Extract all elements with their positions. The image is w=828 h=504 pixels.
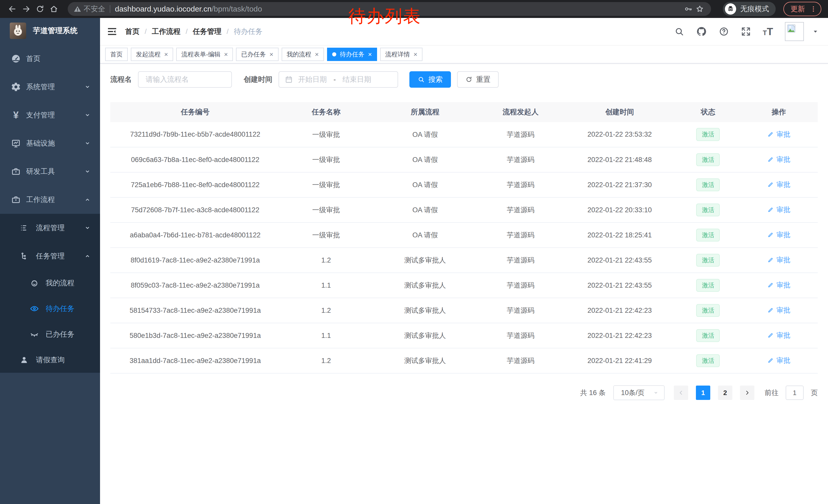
chevron-down-icon — [84, 224, 91, 232]
browser-menu-icon[interactable] — [810, 5, 817, 13]
cell-task-name: 1.2 — [280, 298, 372, 323]
sidebar-item-task-mgmt[interactable]: 任务管理 — [0, 242, 100, 270]
toolbox-icon — [10, 195, 22, 204]
font-size-icon[interactable]: TT — [763, 26, 773, 37]
close-icon[interactable]: × — [413, 51, 417, 58]
logo-avatar — [10, 22, 26, 39]
back-icon[interactable] — [7, 3, 18, 15]
col-actions: 操作 — [740, 102, 818, 122]
next-page-button[interactable] — [740, 385, 754, 400]
goto-page-input[interactable] — [786, 385, 803, 400]
page-button-2[interactable]: 2 — [718, 385, 732, 400]
approve-link[interactable]: 审批 — [767, 331, 790, 340]
table-row: 725a1eb6-7b88-11ec-8ef0-acde48001122 一级审… — [110, 172, 818, 197]
cell-create-time: 2022-01-22 23:53:32 — [563, 122, 676, 147]
tab-done-tasks[interactable]: 已办任务× — [236, 48, 278, 61]
logo[interactable]: 芋道管理系统 — [0, 18, 100, 44]
close-icon[interactable]: × — [315, 51, 319, 58]
prev-page-button[interactable] — [674, 385, 688, 400]
sidebar-item-devtools[interactable]: 研发工具 — [0, 157, 100, 186]
approve-link[interactable]: 审批 — [767, 255, 790, 265]
status-badge: 激活 — [696, 178, 720, 191]
approve-link[interactable]: 审批 — [767, 356, 790, 365]
tab-my-process[interactable]: 我的流程× — [282, 48, 324, 61]
reload-icon[interactable] — [34, 3, 46, 15]
cell-task-id: 381aa1dd-7ac8-11ec-a9e2-a2380e71991a — [110, 348, 280, 373]
search-icon[interactable] — [674, 27, 685, 37]
chevron-down-icon — [84, 139, 91, 147]
sidebar-item-process-mgmt[interactable]: 流程管理 — [0, 214, 100, 242]
tab-form-edit[interactable]: 流程表单-编辑× — [176, 48, 233, 61]
sidebar-item-leave-query[interactable]: 请假查询 — [0, 347, 100, 373]
cell-starter: 芋道源码 — [478, 348, 563, 373]
close-icon[interactable]: × — [224, 51, 228, 58]
github-icon[interactable] — [696, 26, 707, 37]
update-button[interactable]: 更新 — [783, 2, 821, 16]
cell-create-time: 2022-01-22 20:33:10 — [563, 197, 676, 223]
table-body: 73211d9d-7b9b-11ec-b5b7-acde48001122 一级审… — [110, 122, 818, 373]
avatar-caret-icon[interactable] — [812, 28, 819, 35]
active-dot — [332, 52, 336, 56]
date-range-picker[interactable]: 开始日期 - 结束日期 — [279, 71, 398, 88]
forward-icon[interactable] — [20, 3, 32, 15]
approve-link[interactable]: 审批 — [767, 306, 790, 315]
cell-task-id: 73211d9d-7b9b-11ec-b5b7-acde48001122 — [110, 122, 280, 147]
reset-button[interactable]: 重置 — [457, 71, 499, 88]
page-size-select[interactable]: 10条/页 — [613, 385, 665, 400]
help-icon[interactable] — [719, 27, 729, 37]
sidebar-item-infra[interactable]: 基础设施 — [0, 129, 100, 157]
approve-link[interactable]: 审批 — [767, 280, 790, 290]
breadcrumb-task-mgmt[interactable]: 任务管理 — [193, 27, 222, 36]
sidebar-item-payment[interactable]: ¥ 支付管理 — [0, 101, 100, 129]
close-icon[interactable]: × — [164, 51, 168, 58]
sidebar-item-system[interactable]: 系统管理 — [0, 73, 100, 101]
sidebar-item-todo-tasks[interactable]: 待办任务 — [0, 296, 100, 321]
warning-icon — [73, 5, 82, 13]
approve-link[interactable]: 审批 — [767, 230, 790, 239]
security-label[interactable]: 不安全 — [84, 4, 105, 14]
sidebar-item-home[interactable]: 首页 — [0, 45, 100, 73]
cell-create-time: 2022-01-21 22:41:29 — [563, 348, 676, 373]
tab-start-process[interactable]: 发起流程× — [131, 48, 173, 61]
breadcrumb-home[interactable]: 首页 — [125, 27, 139, 36]
cell-process: OA 请假 — [372, 122, 478, 147]
incognito-icon — [725, 3, 736, 15]
breadcrumb-workflow[interactable]: 工作流程 — [152, 27, 180, 36]
tab-process-detail[interactable]: 流程详情× — [380, 48, 422, 61]
sidebar-item-done-tasks[interactable]: 已办任务 — [0, 321, 100, 347]
cell-task-name: 一级审批 — [280, 172, 372, 197]
table-row: 8f0d1619-7ac8-11ec-a9e2-a2380e71991a 1.2… — [110, 248, 818, 273]
cell-task-id: a6aba0a4-7b6d-11ec-b781-acde48001122 — [110, 223, 280, 248]
page-suffix: 页 — [811, 388, 818, 397]
search-button[interactable]: 搜索 — [409, 71, 451, 88]
tab-home[interactable]: 首页 — [105, 48, 128, 61]
process-name-input[interactable] — [138, 71, 232, 88]
cell-starter: 芋道源码 — [478, 147, 563, 172]
approve-link[interactable]: 审批 — [767, 205, 790, 214]
approve-link[interactable]: 审批 — [767, 155, 790, 164]
key-icon[interactable] — [683, 3, 694, 15]
tab-todo-tasks[interactable]: 待办任务× — [327, 48, 377, 61]
tree-icon — [19, 252, 29, 261]
approve-link[interactable]: 审批 — [767, 130, 790, 139]
status-badge: 激活 — [696, 304, 720, 317]
sidebar-item-my-process[interactable]: 我的流程 — [0, 270, 100, 296]
page-button-1[interactable]: 1 — [696, 385, 710, 400]
sidebar-collapse-icon[interactable] — [100, 26, 125, 37]
annotation-text: 待办列表 — [348, 5, 421, 28]
cell-starter: 芋道源码 — [478, 122, 563, 147]
url-text[interactable]: dashboard.yudao.iocoder.cn/bpm/task/todo — [115, 5, 262, 13]
fullscreen-icon[interactable] — [741, 27, 751, 37]
end-date-placeholder: 结束日期 — [342, 75, 371, 84]
close-icon[interactable]: × — [368, 51, 372, 58]
home-icon[interactable] — [48, 3, 59, 15]
avatar[interactable] — [785, 22, 804, 41]
cell-task-name: 一级审批 — [280, 122, 372, 147]
table-row: 069c6a63-7b8a-11ec-8ef0-acde48001122 一级审… — [110, 147, 818, 172]
status-badge: 激活 — [696, 203, 720, 217]
cell-task-name: 一级审批 — [280, 197, 372, 223]
sidebar-item-workflow[interactable]: 工作流程 — [0, 186, 100, 214]
bookmark-star-icon[interactable] — [694, 3, 705, 15]
approve-link[interactable]: 审批 — [767, 180, 790, 189]
close-icon[interactable]: × — [269, 51, 273, 58]
